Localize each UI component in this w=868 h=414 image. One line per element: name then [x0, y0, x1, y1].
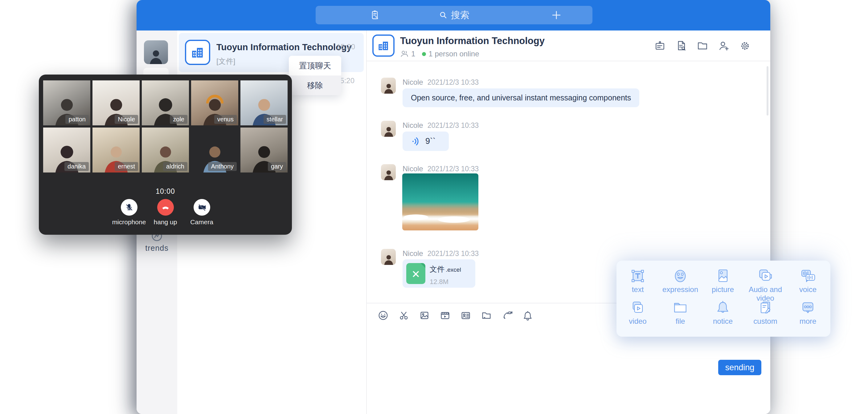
add-button[interactable] — [551, 10, 562, 20]
participant-name: venus — [214, 115, 237, 124]
search-bar[interactable]: 搜索 — [316, 6, 592, 24]
video-tile: Anthony — [191, 128, 238, 172]
message-time: 2021/12/3 10:33 — [428, 78, 479, 86]
online-status: 1 person online — [429, 50, 479, 58]
participant-name: aldrich — [163, 162, 187, 171]
menu-item-remove[interactable]: 移除 — [289, 75, 341, 95]
image-message-beach[interactable] — [402, 173, 478, 230]
mic-control[interactable]: microphone — [111, 199, 147, 226]
contact-card-icon[interactable] — [460, 310, 472, 321]
video-tile: gary — [241, 128, 287, 172]
voice-wave-icon — [411, 136, 421, 146]
feature-label: text — [617, 285, 659, 294]
message-author: Nicole — [403, 164, 423, 173]
message-meta: Nicole2021/12/3 10:33 — [403, 249, 479, 258]
top-bar: 搜索 — [136, 0, 770, 31]
video-tile: venus — [191, 81, 238, 125]
call-video-grid: patton Nicole zole venus stellar danika … — [43, 81, 287, 172]
feature-notice[interactable]: notice — [702, 299, 744, 331]
video-call-icon[interactable] — [501, 310, 513, 321]
file-folder-icon[interactable] — [480, 310, 492, 321]
voice-duration: 9`` — [425, 136, 436, 146]
hangup-control[interactable]: hang up — [147, 199, 184, 226]
participant-name: danika — [64, 162, 89, 171]
file-x-glyph: ✕ — [411, 268, 421, 280]
notice-bell-icon[interactable] — [522, 310, 533, 321]
chat-history-search-icon[interactable] — [675, 40, 687, 52]
message-author: Nicole — [403, 78, 423, 86]
message-author: Nicole — [403, 249, 423, 257]
message-avatar[interactable] — [381, 249, 396, 265]
video-tile: danika — [43, 128, 90, 172]
message-avatar[interactable] — [381, 121, 396, 137]
camera-control[interactable]: Camera — [184, 199, 220, 226]
video-tile: patton — [43, 81, 90, 125]
message-type-panel: text expression picture — [617, 261, 830, 337]
hangup-label: hang up — [147, 218, 184, 226]
video-icon[interactable] — [439, 310, 451, 321]
group-files-icon[interactable] — [696, 40, 709, 52]
camera-button[interactable] — [193, 199, 210, 216]
person-silhouette-icon — [147, 47, 165, 64]
search-icon — [439, 10, 448, 20]
excel-file-icon: ✕ — [406, 263, 425, 284]
message-time: 2021/12/3 10:33 — [428, 250, 479, 257]
message-meta: Nicole2021/12/3 10:33 — [403, 164, 479, 173]
hangup-button[interactable] — [157, 199, 174, 216]
menu-item-pin-chat[interactable]: 置顶聊天 — [289, 56, 341, 75]
participant-name: gary — [268, 162, 286, 171]
camera-label: Camera — [184, 218, 220, 226]
video-tile: zole — [142, 81, 189, 125]
member-count: 1 — [411, 50, 415, 58]
user-avatar[interactable] — [144, 40, 168, 64]
settings-icon[interactable] — [739, 40, 751, 52]
emoji-icon[interactable] — [377, 310, 389, 321]
add-member-icon[interactable] — [718, 40, 730, 52]
plus-icon — [551, 10, 562, 20]
feature-more[interactable]: more — [786, 299, 829, 331]
message-scrollbar[interactable] — [767, 66, 769, 116]
message-text: Open source, free, and universal instant… — [411, 93, 631, 102]
screenshot-scissors-icon[interactable] — [398, 310, 410, 321]
image-icon[interactable] — [418, 310, 430, 321]
feature-label: picture — [702, 285, 744, 294]
text-message-bubble: Open source, free, and universal instant… — [403, 88, 639, 107]
file-name: 文件 — [430, 265, 444, 273]
person-silhouette-icon — [382, 81, 395, 94]
call-timer: 10:00 — [39, 187, 292, 196]
feature-voice[interactable]: voice — [786, 267, 829, 299]
call-controls: microphone hang up Camer — [39, 199, 292, 226]
feature-picture[interactable]: picture — [702, 267, 744, 299]
file-message-bubble[interactable]: ✕ 文件.excel 12.8M — [403, 259, 475, 288]
message-avatar[interactable] — [381, 77, 396, 94]
feature-label: custom — [744, 317, 786, 326]
mic-button[interactable] — [121, 199, 137, 216]
message-avatar[interactable] — [381, 164, 396, 180]
feature-custom[interactable]: custom — [744, 299, 786, 331]
voice-message-bubble[interactable]: 9`` — [403, 131, 449, 151]
file-size: 12.8M — [430, 278, 461, 286]
send-label: sending — [725, 363, 754, 373]
conversation-title: Tuoyun Information Technology — [216, 42, 352, 52]
message-author: Nicole — [403, 121, 423, 129]
feature-video[interactable]: video — [617, 299, 659, 331]
feature-file[interactable]: file — [659, 299, 702, 331]
building-icon — [190, 45, 205, 60]
chat-header-actions — [654, 40, 751, 52]
feature-label: more — [786, 317, 829, 326]
hangup-icon — [161, 203, 170, 212]
feature-grid: text expression picture — [617, 267, 830, 331]
feature-expression[interactable]: expression — [659, 267, 702, 299]
file-ext: .excel — [446, 266, 461, 273]
person-silhouette-icon — [382, 124, 395, 137]
composer-toolbar — [377, 304, 533, 327]
feature-text[interactable]: text — [617, 267, 659, 299]
group-avatar[interactable] — [372, 34, 395, 57]
send-button[interactable]: sending — [718, 360, 761, 375]
group-notice-icon[interactable] — [654, 40, 666, 52]
building-icon — [377, 39, 390, 52]
participant-name: Anthony — [208, 162, 237, 171]
message-time: 2021/12/3 10:33 — [428, 121, 479, 129]
feature-audio-video[interactable]: Audio and video — [744, 267, 786, 299]
participant-name: ernest — [115, 162, 138, 171]
